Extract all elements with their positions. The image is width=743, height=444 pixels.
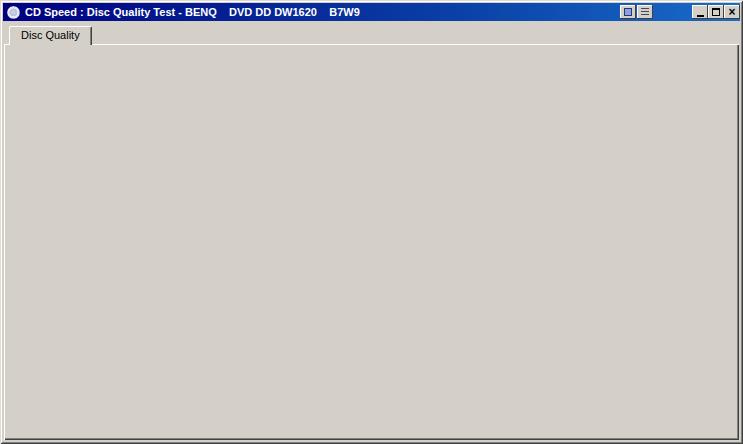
app-icon [7,6,20,19]
titlebar: CD Speed : Disc Quality Test - BENQ DVD … [3,3,740,21]
close-button[interactable]: × [724,5,740,19]
maximize-button[interactable] [708,5,724,19]
close-icon: × [728,7,735,17]
titlebar-extra-button-1[interactable] [620,5,636,19]
app-window: CD Speed : Disc Quality Test - BENQ DVD … [0,0,743,444]
titlebar-extra-button-2[interactable] [637,5,653,19]
disc-mini-icon [624,8,632,16]
tab-disc-quality[interactable]: Disc Quality [9,26,92,45]
tab-page [4,44,739,440]
minimize-icon [697,15,704,17]
maximize-icon [712,8,720,16]
minimize-button[interactable] [692,5,708,19]
list-mini-icon [641,8,649,16]
